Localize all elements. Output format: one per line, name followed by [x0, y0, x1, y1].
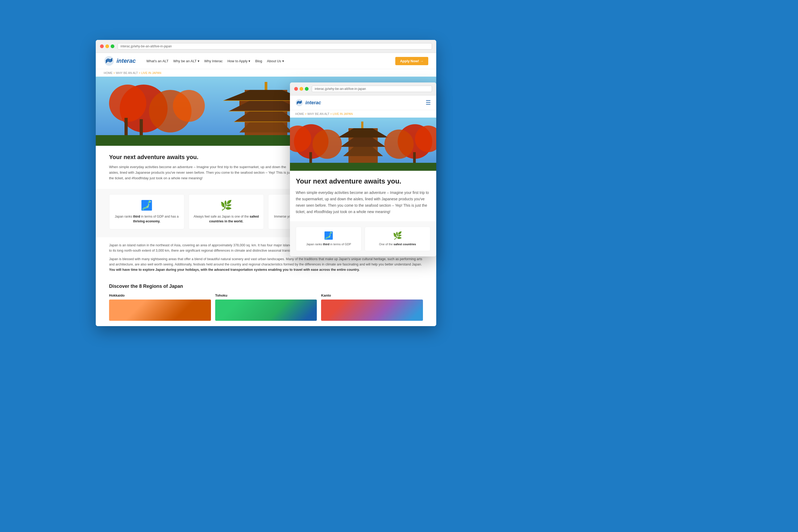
region-card-kanto: Kanto: [321, 293, 423, 321]
mobile-feature-card-safety: 🌿 One of the safest countries: [365, 227, 431, 251]
mobile-feature-area: 🗾 Japan ranks third in terms of GDP 🌿 On…: [290, 221, 436, 256]
mobile-breadcrumb: HOME > WHY BE AN ALT > LIVE IN JAPAN: [290, 110, 436, 118]
browser-toolbar: interac.jp/why-be-an-alt/live-in-japan: [96, 40, 436, 53]
mobile-japan-map-icon: 🗾: [299, 231, 358, 240]
hamburger-menu-button[interactable]: ☰: [425, 99, 431, 106]
svg-point-15: [173, 90, 205, 122]
nav-about-us[interactable]: About Us ▾: [267, 59, 284, 63]
nav-whats-alt[interactable]: What's an ALT: [146, 59, 168, 63]
safety-icon: 🌿: [193, 200, 259, 211]
logo-text: interac: [116, 57, 136, 64]
region-image-tohoku: [215, 300, 317, 321]
region-card-hokkaido: Hokkaido: [109, 293, 211, 321]
region-name-hokkaido: Hokkaido: [109, 293, 211, 298]
navbar: interac What's an ALT Why be an ALT ▾ Wh…: [96, 53, 436, 69]
region-name-kanto: Kanto: [321, 293, 423, 298]
close-window-button[interactable]: [100, 44, 104, 48]
svg-rect-40: [290, 163, 436, 171]
main-body: When simple everyday activities become a…: [109, 165, 295, 181]
svg-point-24: [296, 99, 303, 107]
regions-grid: Hokkaido Tohoku Kanto: [109, 293, 423, 321]
feature-card-safety: 🌿 Always feel safe as Japan is one of th…: [189, 194, 264, 229]
mobile-feature-card-economy: 🗾 Japan ranks third in terms of GDP: [296, 227, 361, 251]
mobile-browser-window: interac.jp/why-be-an-alt/live-in-japan i…: [290, 82, 436, 256]
breadcrumb: HOME > WHY BE AN ALT > LIVE IN JAPAN: [96, 69, 436, 77]
window-controls: [100, 44, 114, 48]
mobile-safety-icon: 🌿: [368, 231, 427, 240]
address-bar[interactable]: interac.jp/why-be-an-alt/live-in-japan: [118, 43, 432, 50]
feature-card-economy: 🗾 Japan ranks third in terms of GDP and …: [109, 194, 184, 229]
mobile-maximize-button[interactable]: [305, 87, 308, 91]
regions-section: Discover the 8 Regions of Japan Hokkaido…: [96, 278, 436, 326]
nav-how-to-apply[interactable]: How to Apply ▾: [227, 59, 251, 63]
mobile-feature-cards: 🗾 Japan ranks third in terms of GDP 🌿 On…: [296, 227, 431, 251]
mobile-logo-icon: [295, 99, 303, 107]
mobile-breadcrumb-current: LIVE IN JAPAN: [333, 112, 353, 115]
mobile-main-content: Your next adventure awaits you. When sim…: [290, 171, 436, 221]
regions-title: Discover the 8 Regions of Japan: [109, 284, 423, 289]
svg-point-0: [104, 56, 114, 66]
svg-point-13: [109, 84, 146, 122]
mobile-main-title: Your next adventure awaits you.: [296, 177, 431, 185]
mobile-main-body: When simple everyday activities become a…: [296, 190, 431, 215]
svg-rect-31: [361, 121, 363, 128]
logo[interactable]: interac: [104, 56, 136, 66]
region-image-hokkaido: [109, 300, 211, 321]
maximize-window-button[interactable]: [111, 44, 114, 48]
svg-point-34: [312, 130, 342, 159]
mobile-breadcrumb-home[interactable]: HOME: [295, 112, 304, 115]
svg-rect-11: [265, 82, 267, 90]
breadcrumb-current: LIVE IN JAPAN: [141, 71, 162, 75]
breadcrumb-home[interactable]: HOME: [104, 71, 113, 75]
nav-blog[interactable]: Blog: [255, 59, 262, 63]
mobile-breadcrumb-why[interactable]: WHY BE AN ALT: [307, 112, 329, 115]
region-image-kanto: [321, 300, 423, 321]
japan-map-icon: 🗾: [114, 200, 180, 211]
mobile-logo-text: interac: [305, 100, 321, 106]
nav-links: What's an ALT Why be an ALT ▾ Why Intera…: [146, 59, 390, 63]
mobile-hero-image: [290, 118, 436, 171]
feature-text-economy: Japan ranks third in terms of GDP and ha…: [114, 214, 180, 224]
mobile-logo[interactable]: interac: [295, 99, 321, 107]
region-card-tohoku: Tohoku: [215, 293, 317, 321]
mobile-window-controls: [294, 87, 308, 91]
feature-text-safety: Always feel safe as Japan is one of the …: [193, 214, 259, 224]
apply-now-button[interactable]: Apply Now! →: [395, 57, 428, 65]
mobile-close-button[interactable]: [294, 87, 298, 91]
nav-why-interac[interactable]: Why Interac: [204, 59, 223, 63]
mobile-feature-text-economy: Japan ranks third in terms of GDP: [299, 242, 358, 247]
svg-point-38: [384, 130, 414, 159]
mobile-address-bar[interactable]: interac.jp/why-be-an-alt/live-in-japan: [312, 86, 432, 92]
region-name-tohoku: Tohoku: [215, 293, 317, 298]
mobile-feature-text-safety: One of the safest countries: [368, 242, 427, 247]
mobile-hero-scene: [290, 118, 436, 171]
paragraph-2: Japan is blessed with many sightseeing a…: [109, 256, 423, 272]
minimize-window-button[interactable]: [105, 44, 109, 48]
mobile-browser-toolbar: interac.jp/why-be-an-alt/live-in-japan: [290, 82, 436, 95]
breadcrumb-why-alt[interactable]: WHY BE AN ALT: [116, 71, 138, 75]
mobile-navbar: interac ☰: [290, 95, 436, 110]
nav-why-alt[interactable]: Why be an ALT ▾: [173, 59, 199, 63]
mobile-minimize-button[interactable]: [300, 87, 303, 91]
logo-icon: [104, 56, 114, 66]
